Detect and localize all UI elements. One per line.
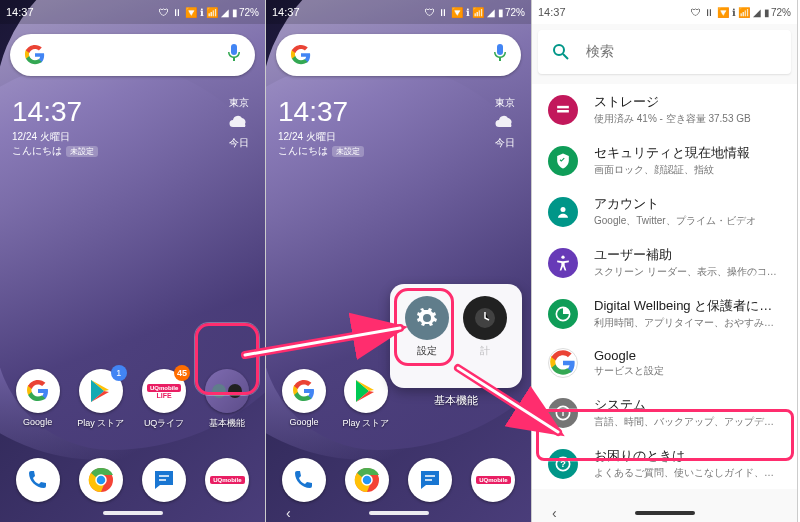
- setting-subtitle: スクリーン リーダー、表示、操作のコン…: [594, 265, 781, 279]
- home-screen-1: 14:37 🛡 ⏸ 🔽 ℹ 📶 ◢ ▮ 72% 14:37 12/24 火曜日 …: [0, 0, 266, 522]
- highlight-system: [536, 409, 794, 461]
- google-search-bar[interactable]: [10, 34, 255, 76]
- google-search-bar[interactable]: [276, 34, 521, 76]
- svg-rect-10: [557, 110, 569, 113]
- setting-subtitle: 画面ロック、顔認証、指紋: [594, 163, 781, 177]
- back-icon[interactable]: ‹: [552, 505, 557, 521]
- home-pill-icon[interactable]: [635, 511, 695, 515]
- weather-widget[interactable]: 東京 今日: [493, 96, 517, 150]
- nav-bar[interactable]: ‹: [532, 504, 797, 522]
- app-uq-life[interactable]: UQmobileLIFE45UQライフ: [136, 369, 192, 430]
- dock-phone[interactable]: [282, 458, 326, 502]
- back-icon[interactable]: ‹: [286, 505, 291, 521]
- setting-subtitle: Google、Twitter、プライム・ビデオ: [594, 214, 781, 228]
- clock-icon: [473, 306, 497, 330]
- app-play-store[interactable]: Play ストア: [338, 369, 394, 430]
- clock-time: 14:37: [12, 96, 98, 128]
- home-screen-2: 14:37 🛡 ⏸ 🔽 ℹ 📶 ◢ ▮ 72% 14:37 12/24 火曜日 …: [266, 0, 532, 522]
- highlight-settings: [394, 288, 454, 366]
- svg-point-11: [561, 207, 566, 212]
- mic-icon[interactable]: [493, 44, 507, 66]
- settings-screen: 14:37 🛡 ⏸ 🔽 ℹ 📶 ◢ ▮ 72% 検索 ストレージ使用済み 41%…: [532, 0, 798, 522]
- badge: 1: [111, 365, 127, 381]
- dock-messages[interactable]: [142, 458, 186, 502]
- weather-cloud-icon: [227, 110, 251, 134]
- status-bar: 14:37 🛡 ⏸ 🔽 ℹ 📶 ◢ ▮ 72%: [266, 0, 531, 24]
- setting-row-storage[interactable]: ストレージ使用済み 41% - 空き容量 37.53 GB: [532, 84, 797, 135]
- setting-row-wellbeing[interactable]: Digital Wellbeing と保護者による使用…利用時間、アプリタイマー…: [532, 288, 797, 339]
- wallpaper: [0, 0, 265, 522]
- dock-uq[interactable]: UQmobile: [471, 458, 515, 502]
- setting-title: アカウント: [594, 195, 781, 213]
- dock-uq[interactable]: UQmobile: [205, 458, 249, 502]
- dock-chrome[interactable]: [79, 458, 123, 502]
- status-time: 14:37: [6, 6, 34, 18]
- settings-search[interactable]: 検索: [538, 30, 791, 74]
- setting-row-google[interactable]: Googleサービスと設定: [532, 339, 797, 387]
- account-icon: [548, 197, 578, 227]
- dock: UQmobile: [266, 458, 531, 502]
- setting-subtitle: サービスと設定: [594, 364, 781, 378]
- dock-messages[interactable]: [408, 458, 452, 502]
- search-icon: [552, 43, 570, 61]
- google-logo-icon: [24, 44, 46, 66]
- setting-title: ストレージ: [594, 93, 781, 111]
- folder-item-clock[interactable]: 計: [463, 296, 507, 358]
- wellbeing-icon: [548, 299, 578, 329]
- setting-row-security[interactable]: セキュリティと現在地情報画面ロック、顔認証、指紋: [532, 135, 797, 186]
- weather-widget[interactable]: 東京 今日: [227, 96, 251, 150]
- setting-row-account[interactable]: アカウントGoogle、Twitter、プライム・ビデオ: [532, 186, 797, 237]
- dock: UQmobile: [0, 458, 265, 502]
- clock-widget[interactable]: 14:37 12/24 火曜日 こんにちは未設定: [278, 96, 364, 158]
- home-pill-icon[interactable]: [369, 511, 429, 515]
- badge: 45: [174, 365, 190, 381]
- svg-point-12: [561, 255, 564, 258]
- google-icon: [548, 348, 578, 378]
- app-play-store[interactable]: 1Play ストア: [73, 369, 129, 430]
- security-icon: [548, 146, 578, 176]
- svg-rect-9: [557, 105, 569, 108]
- dock-chrome[interactable]: [345, 458, 389, 502]
- clock-greeting: こんにちは未設定: [12, 144, 98, 158]
- setting-subtitle: 使用済み 41% - 空き容量 37.53 GB: [594, 112, 781, 126]
- status-bar: 14:37 🛡 ⏸ 🔽 ℹ 📶 ◢ ▮ 72%: [0, 0, 265, 24]
- setting-title: Google: [594, 348, 781, 363]
- setting-title: Digital Wellbeing と保護者による使用…: [594, 297, 781, 315]
- home-pill-icon[interactable]: [103, 511, 163, 515]
- svg-point-8: [554, 45, 564, 55]
- accessibility-icon: [548, 248, 578, 278]
- app-google[interactable]: Google: [10, 369, 66, 430]
- google-logo-icon: [290, 44, 312, 66]
- mic-icon[interactable]: [227, 44, 241, 66]
- status-icons: 🛡 ⏸ 🔽 ℹ 📶 ◢ ▮ 72%: [159, 7, 259, 18]
- folder-name: 基本機能: [390, 393, 522, 408]
- storage-icon: [548, 95, 578, 125]
- highlight-folder: [195, 323, 259, 395]
- setting-title: セキュリティと現在地情報: [594, 144, 781, 162]
- setting-row-accessibility[interactable]: ユーザー補助スクリーン リーダー、表示、操作のコン…: [532, 237, 797, 288]
- clock-date: 12/24 火曜日: [12, 130, 98, 144]
- dock-phone[interactable]: [16, 458, 60, 502]
- clock-widget[interactable]: 14:37 12/24 火曜日 こんにちは未設定: [12, 96, 98, 158]
- app-google[interactable]: Google: [276, 369, 332, 430]
- nav-bar[interactable]: ‹: [266, 504, 531, 522]
- nav-bar[interactable]: [0, 504, 265, 522]
- setting-subtitle: 利用時間、アプリタイマー、おやすみ時…: [594, 316, 781, 330]
- setting-subtitle: よくあるご質問、使いこなしガイド、セ…: [594, 466, 781, 480]
- status-bar: 14:37 🛡 ⏸ 🔽 ℹ 📶 ◢ ▮ 72%: [532, 0, 797, 24]
- setting-title: ユーザー補助: [594, 246, 781, 264]
- wallpaper: [266, 0, 531, 522]
